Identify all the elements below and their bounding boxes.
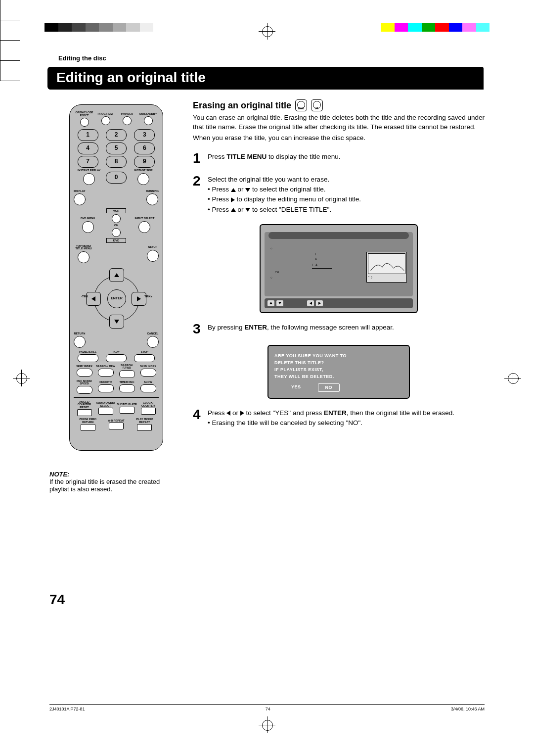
page-number: 74 bbox=[49, 592, 485, 608]
dialog-yes: YES bbox=[284, 383, 308, 391]
title-menu-screenshot: ○ ) & ( & !"# ○ * ) bbox=[260, 224, 418, 313]
breadcrumb: Editing the disc bbox=[58, 54, 485, 62]
remote-control-diagram: OPEN/CLOSE EJECT PROG/HDMI TV/VIDEO ON/S… bbox=[69, 104, 163, 451]
confirm-dialog: ARE YOU SURE YOU WANT TO DELETE THIS TIT… bbox=[267, 345, 410, 399]
page-title: Editing an original title bbox=[49, 67, 484, 90]
section-title: Erasing an original title bbox=[193, 99, 291, 111]
footer: 2J40101A P72-81 74 3/4/06, 10:46 AM bbox=[49, 704, 485, 711]
note-heading: NOTE: bbox=[49, 471, 183, 478]
grayscale-strip bbox=[44, 23, 153, 32]
registration-mark bbox=[506, 372, 519, 384]
color-strip bbox=[381, 23, 490, 32]
disc-ram-icon: RAM bbox=[295, 99, 307, 111]
step-3: 3 By pressing ENTER, the following messa… bbox=[193, 322, 485, 336]
step-4: 4 Press or to select "YES" and press ENT… bbox=[193, 408, 485, 428]
step-1: 1 Press TITLE MENU to display the title … bbox=[193, 151, 485, 165]
registration-mark bbox=[261, 718, 273, 731]
dialog-no: NO bbox=[318, 383, 340, 391]
registration-mark bbox=[15, 372, 28, 384]
disc-vr-icon: VR bbox=[311, 99, 323, 111]
step-2: 2 Select the original title you want to … bbox=[193, 174, 485, 215]
registration-mark bbox=[261, 25, 273, 38]
note-body: If the original title is erased the crea… bbox=[49, 478, 178, 493]
intro-text: You can erase an original title. Erasing… bbox=[193, 113, 485, 142]
